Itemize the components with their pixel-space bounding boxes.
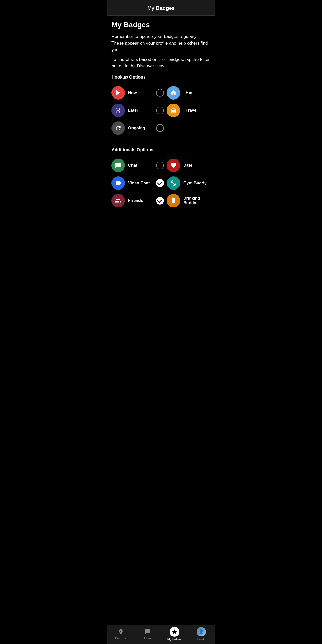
chat-label: Chat bbox=[128, 163, 155, 168]
later-label: Later bbox=[128, 108, 155, 113]
option-video-chat[interactable]: Video Chat bbox=[111, 176, 155, 190]
ongoing-radio-btn[interactable] bbox=[156, 124, 164, 132]
nav-discover[interactable]: Discover bbox=[112, 628, 130, 640]
nav-inbox[interactable]: Inbox bbox=[138, 628, 157, 640]
additionals-row-3: Friends Drinking Buddy bbox=[111, 192, 211, 209]
profile-nav-label: Profile bbox=[197, 638, 205, 641]
drinking-buddy-label: Drinking Buddy bbox=[183, 196, 211, 205]
option-drinking-buddy[interactable]: Drinking Buddy bbox=[165, 194, 211, 207]
friends-radio-btn[interactable] bbox=[156, 197, 164, 205]
discover-nav-label: Discover bbox=[115, 636, 126, 640]
gym-buddy-icon bbox=[167, 176, 180, 190]
chat-radio-btn[interactable] bbox=[156, 162, 164, 169]
date-icon bbox=[167, 159, 180, 172]
description-1: Remember to update your badges regularly… bbox=[111, 33, 211, 53]
option-friends[interactable]: Friends bbox=[111, 194, 155, 207]
chat-icon bbox=[111, 159, 125, 172]
now-icon bbox=[111, 86, 125, 100]
my-badges-icon bbox=[170, 627, 179, 637]
nav-profile[interactable]: 👤 Profile bbox=[192, 627, 210, 641]
main-content: My Badges Remember to update your badges… bbox=[107, 16, 215, 644]
chat-radio[interactable] bbox=[155, 162, 165, 169]
friends-radio[interactable] bbox=[155, 197, 165, 205]
gym-buddy-label: Gym Buddy bbox=[183, 181, 211, 185]
additionals-row-1: Chat Date bbox=[111, 157, 211, 174]
ongoing-icon bbox=[111, 121, 125, 135]
i-travel-icon bbox=[167, 104, 180, 117]
video-chat-icon bbox=[111, 176, 125, 190]
now-radio[interactable] bbox=[155, 89, 165, 97]
profile-avatar: 👤 bbox=[197, 627, 206, 636]
header-title: My Badges bbox=[147, 5, 175, 11]
option-gym-buddy[interactable]: Gym Buddy bbox=[165, 176, 211, 190]
video-chat-radio[interactable] bbox=[155, 179, 165, 187]
option-chat[interactable]: Chat bbox=[111, 159, 155, 172]
date-label: Date bbox=[183, 163, 211, 168]
i-travel-label: I Travel bbox=[183, 108, 211, 113]
hookup-row-2: Later I Travel bbox=[111, 102, 211, 119]
page-title: My Badges bbox=[111, 21, 211, 29]
description-2: To find others based on their badges, ta… bbox=[111, 56, 211, 69]
ongoing-label: Ongoing bbox=[128, 126, 155, 130]
ongoing-radio[interactable] bbox=[155, 124, 165, 132]
friends-icon bbox=[111, 194, 125, 207]
hookup-section-title: Hookup Options bbox=[111, 75, 211, 80]
friends-label: Friends bbox=[128, 198, 155, 203]
inbox-nav-label: Inbox bbox=[144, 636, 151, 640]
now-radio-btn[interactable] bbox=[156, 89, 164, 97]
additionals-row-2: Video Chat Gym Buddy bbox=[111, 174, 211, 192]
option-i-host[interactable]: I Host bbox=[165, 86, 211, 100]
my-badges-nav-label: My badges bbox=[167, 638, 181, 641]
option-now[interactable]: Now bbox=[111, 86, 155, 100]
nav-my-badges[interactable]: My badges bbox=[165, 627, 184, 641]
hookup-row-3: Ongoing bbox=[111, 119, 211, 137]
i-host-icon bbox=[167, 86, 180, 100]
hookup-row-1: Now I Host bbox=[111, 84, 211, 102]
option-later[interactable]: Later bbox=[111, 104, 155, 117]
option-i-travel[interactable]: I Travel bbox=[165, 104, 211, 117]
later-radio-btn[interactable] bbox=[156, 107, 164, 114]
video-chat-radio-btn[interactable] bbox=[156, 179, 164, 187]
header: My Badges bbox=[107, 0, 215, 16]
now-label: Now bbox=[128, 90, 155, 95]
inbox-icon bbox=[144, 628, 151, 635]
option-date[interactable]: Date bbox=[165, 159, 211, 172]
later-icon bbox=[111, 104, 125, 117]
additionals-section-title: Additionals Options bbox=[111, 147, 211, 152]
video-chat-label: Video Chat bbox=[128, 181, 155, 185]
drinking-buddy-icon bbox=[167, 194, 180, 207]
later-radio[interactable] bbox=[155, 107, 165, 114]
svg-marker-0 bbox=[116, 90, 120, 95]
discover-icon bbox=[117, 628, 124, 635]
bottom-navigation: Discover Inbox My badges 👤 Profile bbox=[107, 625, 215, 644]
i-host-label: I Host bbox=[183, 90, 211, 95]
option-ongoing[interactable]: Ongoing bbox=[111, 121, 155, 135]
